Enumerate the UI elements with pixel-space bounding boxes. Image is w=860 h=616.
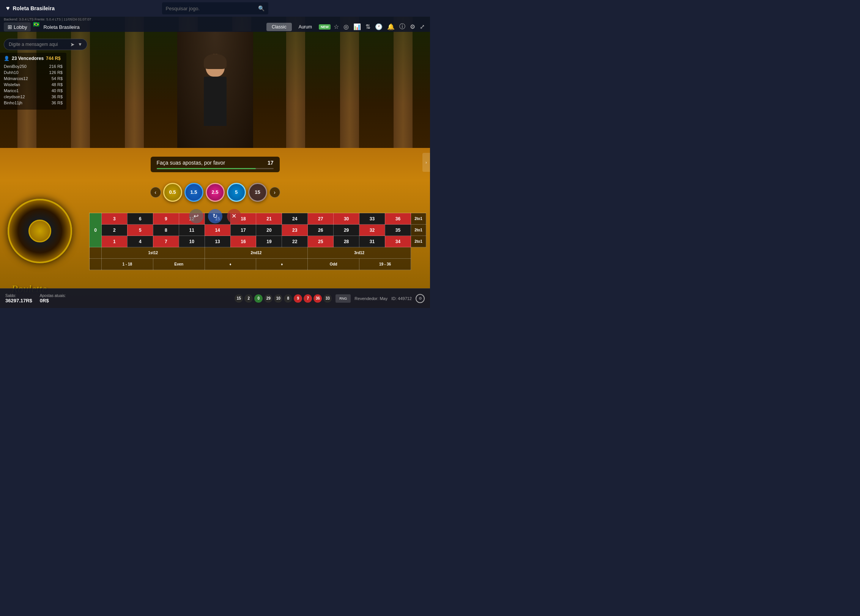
cell-30[interactable]: 30 [334, 213, 359, 225]
winner-row: DeniBoy250216 R$ [4, 64, 63, 69]
cell-28[interactable]: 28 [334, 236, 359, 247]
cell-34[interactable]: 34 [385, 236, 411, 247]
tab-aurum-button[interactable]: Aurum [293, 23, 317, 31]
cell-35[interactable]: 35 [385, 225, 411, 236]
action-buttons: ↩ ↻ ✕ [189, 209, 241, 223]
bell-icon[interactable]: 🔔 [386, 22, 396, 31]
header-right-controls: Classic Aurum NEW ☆ ◎ 📊 ⇅ 🕐 🔔 ⓘ ⚙ ⤢ [266, 22, 426, 31]
rng-badge: RNG [335, 294, 351, 303]
cell-19[interactable]: 19 [256, 236, 282, 247]
cell-33[interactable]: 33 [359, 213, 385, 225]
cell-3[interactable]: 3 [102, 213, 128, 225]
version-info: Backend: 3.0.4 LTS Frente: 5.0.4 LTS | 1… [4, 17, 91, 21]
settings-icon[interactable]: ⚙ [408, 22, 417, 31]
bet-status-text: Faça suas apostas, por favor 17 [157, 160, 274, 166]
cancel-bet-button[interactable]: ✕ [227, 209, 241, 223]
cell-17[interactable]: 17 [230, 225, 256, 236]
bot-label-4[interactable]: Odd [308, 259, 359, 270]
cell-5[interactable]: 5 [127, 225, 153, 236]
cell-24[interactable]: 24 [282, 213, 308, 225]
refresh-button[interactable]: ↻ [208, 209, 222, 223]
cell-25[interactable]: 25 [308, 236, 334, 247]
chips-next-button[interactable]: › [269, 187, 280, 198]
bot-label-2[interactable]: ♦ [205, 259, 256, 270]
cell-16[interactable]: 16 [230, 236, 256, 247]
search-icon: 🔍 [258, 5, 265, 11]
star-icon[interactable]: ☆ [332, 22, 340, 31]
cell-8[interactable]: 8 [153, 225, 179, 236]
cell-9[interactable]: 9 [153, 213, 179, 225]
winner-name: cleydson12 [4, 94, 25, 99]
chip-0-5[interactable]: 0.5 [163, 183, 182, 202]
label-1st12[interactable]: 1st12 [102, 247, 205, 259]
fullscreen-icon[interactable]: ⤢ [418, 22, 426, 31]
arrows-icon[interactable]: ⇅ [364, 22, 372, 31]
chip-2-5[interactable]: 2.5 [206, 183, 225, 202]
eye-icon[interactable]: ◎ [342, 22, 350, 31]
cell-32[interactable]: 32 [359, 225, 385, 236]
winner-amount: 36 R$ [52, 94, 63, 99]
search-bar[interactable]: 🔍 [162, 2, 268, 14]
info-icon[interactable]: ⓘ [398, 22, 407, 31]
bet-progress-fill [157, 168, 256, 169]
cell-36[interactable]: 36 [385, 213, 411, 225]
settings-circle[interactable]: ⚙ [416, 294, 425, 303]
chip-1-5[interactable]: 1.5 [184, 183, 203, 202]
label-2nd12[interactable]: 2nd12 [205, 247, 308, 259]
winner-row: Duhh10126 R$ [4, 70, 63, 75]
side-arrow[interactable]: › [422, 153, 430, 172]
winners-amount: 744 R$ [46, 56, 61, 61]
winner-name: DeniBoy250 [4, 64, 27, 69]
bot-label-3[interactable]: ♦ [256, 259, 308, 270]
cell-0[interactable]: 0 [90, 213, 102, 247]
result-15: 15 [235, 294, 243, 303]
top-bar: ♥ Roleta Brasileira 🔍 [0, 0, 430, 17]
result-10: 10 [274, 294, 282, 303]
bot-label-0[interactable]: 1 - 18 [102, 259, 153, 270]
grid-icon: ⊞ [8, 24, 12, 30]
cell-27[interactable]: 27 [308, 213, 334, 225]
balance-label: Saldo: [5, 294, 32, 298]
2to1-row-2[interactable]: 2to1 [411, 236, 426, 247]
bottom-prev-results: 152029108973633 [235, 294, 332, 303]
winner-amount: 40 R$ [52, 88, 63, 93]
cell-14[interactable]: 14 [205, 225, 230, 236]
chip-5[interactable]: 5 [227, 183, 246, 202]
chart-icon[interactable]: 📊 [352, 22, 362, 31]
2to1-row-1[interactable]: 2to1 [411, 225, 426, 236]
winners-count: 23 Vencedores [12, 56, 44, 61]
cell-1[interactable]: 1 [102, 236, 128, 247]
search-input[interactable] [166, 6, 255, 11]
bot-label-1[interactable]: Even [153, 259, 205, 270]
chip-15[interactable]: 15 [248, 183, 267, 202]
cell-11[interactable]: 11 [179, 225, 205, 236]
cell-20[interactable]: 20 [256, 225, 282, 236]
result-29: 29 [264, 294, 272, 303]
cell-6[interactable]: 6 [127, 213, 153, 225]
cell-22[interactable]: 22 [282, 236, 308, 247]
cell-31[interactable]: 31 [359, 236, 385, 247]
bot-label-5[interactable]: 19 - 36 [359, 259, 411, 270]
cell-7[interactable]: 7 [153, 236, 179, 247]
cell-26[interactable]: 26 [308, 225, 334, 236]
cell-2[interactable]: 2 [102, 225, 128, 236]
chips-prev-button[interactable]: ‹ [150, 187, 161, 198]
cell-4[interactable]: 4 [127, 236, 153, 247]
cell-13[interactable]: 13 [205, 236, 230, 247]
winner-amount: 48 R$ [52, 82, 63, 87]
game-header-bar: Backend: 3.0.4 LTS Frente: 5.0.4 LTS | 1… [0, 17, 430, 32]
winner-name: Marico1 [4, 88, 19, 93]
cell-21[interactable]: 21 [256, 213, 282, 225]
chat-chevron-icon[interactable]: ▼ [78, 42, 82, 47]
undo-button[interactable]: ↩ [189, 209, 203, 223]
history-icon[interactable]: 🕐 [373, 22, 384, 31]
chat-send-icon[interactable]: ➤ [70, 41, 75, 47]
label-3rd12[interactable]: 3rd12 [308, 247, 411, 259]
result-7: 7 [304, 294, 312, 303]
cell-29[interactable]: 29 [334, 225, 359, 236]
2to1-row-0[interactable]: 2to1 [411, 213, 426, 225]
cell-23[interactable]: 23 [282, 225, 308, 236]
tab-classic-button[interactable]: Classic [266, 23, 292, 31]
lobby-button[interactable]: ⊞ Lobby [4, 22, 31, 31]
cell-10[interactable]: 10 [179, 236, 205, 247]
